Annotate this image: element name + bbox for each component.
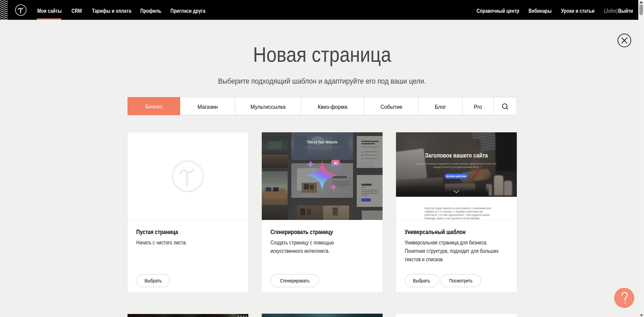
svg-text:AI: AI	[334, 161, 338, 165]
